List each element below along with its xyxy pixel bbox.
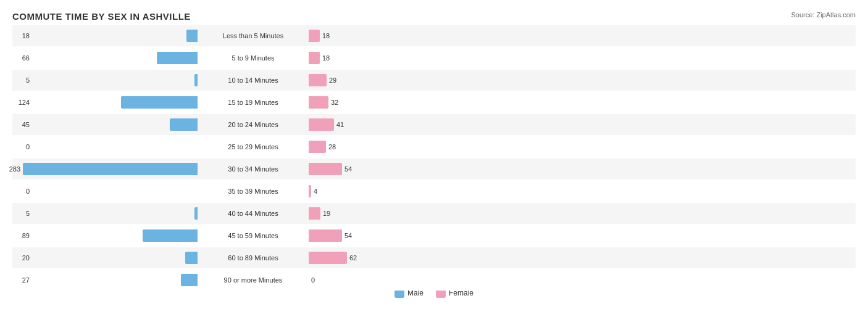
- chart-row: 27 90 or more Minutes 0: [12, 270, 856, 291]
- male-side: 124: [12, 96, 198, 109]
- female-bar: [309, 229, 342, 242]
- row-label: 25 to 29 Minutes: [198, 143, 309, 151]
- female-value: 18: [322, 32, 340, 39]
- male-value: 0: [12, 143, 30, 151]
- male-bar: [170, 118, 198, 131]
- male-value: 66: [12, 54, 30, 62]
- female-side: 54: [309, 229, 494, 242]
- male-value: 124: [12, 99, 30, 106]
- female-bar: [309, 96, 328, 109]
- male-side: 27: [12, 274, 198, 286]
- female-value: 0: [311, 276, 328, 284]
- male-side: 5: [12, 207, 198, 220]
- chart-row: 66 5 to 9 Minutes 18: [12, 47, 856, 68]
- female-value: 28: [328, 143, 346, 151]
- male-bar: [181, 274, 198, 286]
- male-bar: [121, 96, 198, 109]
- female-bar: [309, 207, 320, 220]
- male-bar-container: [32, 229, 198, 242]
- male-bar: [185, 252, 198, 264]
- row-label: 20 to 24 Minutes: [198, 121, 309, 128]
- male-value: 20: [12, 254, 30, 262]
- row-label: 35 to 39 Minutes: [198, 188, 309, 195]
- male-side: 0: [12, 185, 198, 197]
- male-bar-container: [32, 141, 198, 153]
- male-side: 5: [12, 74, 198, 86]
- female-bar: [309, 30, 320, 42]
- chart-row: 20 60 to 89 Minutes 62: [12, 247, 856, 268]
- chart-row: 18 Less than 5 Minutes 18: [12, 25, 856, 46]
- female-bar: [309, 163, 342, 175]
- female-value: 54: [344, 165, 362, 173]
- female-side: 32: [309, 96, 494, 109]
- chart-row: 124 15 to 19 Minutes 32: [12, 92, 856, 113]
- male-bar-container: [32, 30, 198, 42]
- male-side: 89: [12, 229, 198, 242]
- male-side: 283: [12, 163, 198, 175]
- male-bar-container: [32, 52, 198, 64]
- chart-row: 0 35 to 39 Minutes 4: [12, 181, 856, 202]
- chart-row: 5 40 to 44 Minutes 19: [12, 203, 856, 224]
- female-side: 0: [309, 274, 494, 286]
- female-side: 41: [309, 118, 494, 131]
- row-label: 10 to 14 Minutes: [198, 76, 309, 84]
- male-side: 45: [12, 118, 198, 131]
- male-value: 45: [12, 121, 30, 128]
- female-value: 41: [336, 121, 354, 128]
- chart-row: 5 10 to 14 Minutes 29: [12, 70, 856, 91]
- row-label: 40 to 44 Minutes: [198, 210, 309, 217]
- chart-row: 45 20 to 24 Minutes 41: [12, 114, 856, 135]
- row-label: 60 to 89 Minutes: [198, 254, 309, 262]
- female-side: 19: [309, 207, 494, 220]
- male-value: 0: [12, 188, 30, 195]
- male-side: 18: [12, 30, 198, 42]
- female-bar: [309, 252, 347, 264]
- male-value: 5: [12, 76, 30, 84]
- male-value: 283: [3, 165, 20, 173]
- row-label: 15 to 19 Minutes: [198, 99, 309, 106]
- row-label: Less than 5 Minutes: [198, 32, 309, 39]
- female-bar: [309, 185, 311, 197]
- male-bar-container: [32, 185, 198, 197]
- female-value: 18: [322, 54, 340, 62]
- female-bar: [309, 52, 320, 64]
- source-label: Source: ZipAtlas.com: [791, 11, 856, 19]
- chart-row: 0 25 to 29 Minutes 28: [12, 136, 856, 157]
- female-bar: [309, 118, 334, 131]
- male-side: 20: [12, 252, 198, 264]
- male-value: 18: [12, 32, 30, 39]
- male-bar-container: [32, 118, 198, 131]
- chart-row: 89 45 to 59 Minutes 54: [12, 225, 856, 246]
- female-side: 28: [309, 141, 494, 153]
- male-bar: [23, 163, 198, 175]
- female-value: 4: [314, 188, 331, 195]
- male-bar-container: [32, 96, 198, 109]
- chart-container: COMMUTE TIME BY SEX IN ASHVILLE Source: …: [0, 0, 868, 322]
- male-value: 89: [12, 232, 30, 239]
- chart-title: COMMUTE TIME BY SEX IN ASHVILLE: [12, 11, 856, 22]
- male-bar: [157, 52, 198, 64]
- row-label: 5 to 9 Minutes: [198, 54, 309, 62]
- chart-row: 283 30 to 34 Minutes 54: [12, 159, 856, 180]
- female-bar: [309, 141, 326, 153]
- male-bar-container: [32, 74, 198, 86]
- male-bar-container: [23, 163, 198, 175]
- male-bar-container: [32, 252, 198, 264]
- male-side: 0: [12, 141, 198, 153]
- female-value: 19: [323, 210, 340, 217]
- male-side: 66: [12, 52, 198, 64]
- female-side: 4: [309, 185, 494, 197]
- female-side: 18: [309, 30, 494, 42]
- male-bar: [186, 30, 198, 42]
- male-bar: [143, 229, 198, 242]
- male-bar-container: [32, 207, 198, 220]
- male-value: 5: [12, 210, 30, 217]
- female-value: 32: [331, 99, 348, 106]
- female-value: 29: [329, 76, 346, 84]
- row-label: 45 to 59 Minutes: [198, 232, 309, 239]
- chart-area: 18 Less than 5 Minutes 18 66 5 to 9 Minu…: [12, 25, 856, 275]
- row-label: 30 to 34 Minutes: [198, 165, 309, 173]
- female-side: 18: [309, 52, 494, 64]
- female-bar: [309, 74, 327, 86]
- female-side: 54: [309, 163, 494, 175]
